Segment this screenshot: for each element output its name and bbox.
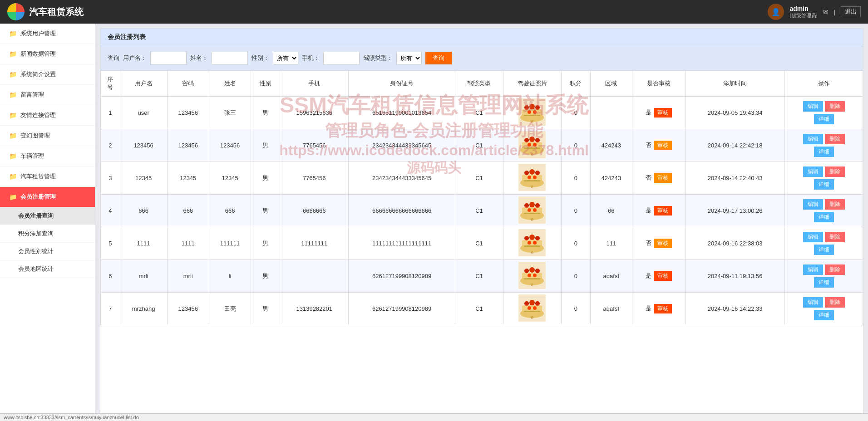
sidebar-item-news[interactable]: 📁 新闻数据管理 bbox=[0, 44, 95, 64]
svg-rect-25 bbox=[522, 175, 542, 180]
detail-button[interactable]: 详细 bbox=[814, 245, 834, 255]
svg-point-30 bbox=[533, 176, 537, 179]
folder-icon: 📁 bbox=[9, 112, 17, 119]
svg-point-5 bbox=[529, 104, 535, 109]
sidebar-item-intro[interactable]: 📁 系统简介设置 bbox=[0, 64, 95, 85]
cell-username: 12345 bbox=[120, 162, 167, 195]
svg-point-38 bbox=[529, 202, 535, 207]
mail-icon[interactable]: ✉ bbox=[823, 8, 829, 15]
sidebar-item-links[interactable]: 📁 友情连接管理 bbox=[0, 105, 95, 126]
sidebar-item-messages[interactable]: 📁 留言管理 bbox=[0, 85, 95, 105]
table-row: 5 1111 1111 111111 男 11111111 1111111111… bbox=[101, 227, 863, 260]
member-table: 序号 用户名 密码 姓名 性别 手机 身份证号 驾照类型 驾驶证照片 积分 区域… bbox=[100, 70, 863, 325]
th-license: 驾照类型 bbox=[455, 71, 503, 97]
action-row-top: 编辑 删除 bbox=[803, 297, 845, 308]
action-row-top: 编辑 删除 bbox=[803, 134, 845, 144]
license-select[interactable]: 所有C1C2B1B2 bbox=[396, 52, 422, 64]
sidebar-sub-region-stats[interactable]: 会员地区统计 bbox=[0, 260, 95, 278]
audit-status: 是 bbox=[646, 305, 651, 312]
delete-button[interactable]: 删除 bbox=[825, 297, 845, 308]
sidebar-item-system-user[interactable]: 📁 系统用户管理 bbox=[0, 24, 95, 44]
sidebar-item-vehicles[interactable]: 📁 车辆管理 bbox=[0, 146, 95, 166]
delete-button[interactable]: 删除 bbox=[825, 264, 845, 275]
svg-point-29 bbox=[528, 176, 531, 179]
th-action: 操作 bbox=[785, 71, 863, 97]
cell-username: mrzhang bbox=[120, 293, 167, 325]
detail-button[interactable]: 详细 bbox=[814, 277, 834, 288]
audit-button[interactable]: 审核 bbox=[654, 304, 672, 313]
sidebar-sub-member-register[interactable]: 会员注册查询 bbox=[0, 207, 95, 225]
detail-button[interactable]: 详细 bbox=[814, 310, 834, 320]
cell-idcard: 651651199001013654 bbox=[349, 97, 455, 129]
cell-password: 123456 bbox=[167, 97, 209, 129]
detail-button[interactable]: 详细 bbox=[814, 147, 834, 157]
cell-password: 666 bbox=[167, 195, 209, 227]
cell-actions: 编辑 删除 详细 bbox=[785, 97, 863, 129]
svg-text:证: 证 bbox=[531, 120, 533, 123]
sidebar-sub-gender-stats[interactable]: 会员性别统计 bbox=[0, 243, 95, 260]
cell-score: 0 bbox=[561, 260, 590, 293]
sidebar-item-rental[interactable]: 📁 汽车租赁管理 bbox=[0, 166, 95, 187]
detail-button[interactable]: 详细 bbox=[814, 179, 834, 190]
cell-audited: 是 审核 bbox=[632, 97, 685, 129]
cell-audited: 否 审核 bbox=[632, 227, 685, 260]
delete-button[interactable]: 删除 bbox=[825, 232, 845, 242]
sidebar-item-banner[interactable]: 📁 变幻图管理 bbox=[0, 126, 95, 146]
gender-select[interactable]: 所有男女 bbox=[273, 52, 298, 64]
audit-button[interactable]: 审核 bbox=[654, 108, 672, 117]
svg-rect-69 bbox=[522, 305, 542, 311]
cell-photo: 证 bbox=[503, 97, 562, 129]
svg-point-16 bbox=[529, 137, 535, 142]
svg-text:证: 证 bbox=[531, 316, 533, 319]
audit-button[interactable]: 审核 bbox=[654, 141, 672, 150]
edit-button[interactable]: 编辑 bbox=[803, 297, 823, 308]
audit-status: 否 bbox=[646, 174, 651, 181]
cell-region: 111 bbox=[590, 227, 632, 260]
edit-button[interactable]: 编辑 bbox=[803, 166, 823, 177]
cell-name: 111111 bbox=[209, 227, 251, 260]
svg-point-61 bbox=[535, 269, 540, 273]
cell-license: C1 bbox=[455, 293, 503, 325]
username-input[interactable] bbox=[150, 52, 187, 64]
delete-button[interactable]: 删除 bbox=[825, 101, 845, 112]
logout-button[interactable]: 退出 bbox=[841, 6, 861, 17]
name-input[interactable] bbox=[212, 52, 248, 64]
sidebar: 📁 系统用户管理 📁 新闻数据管理 📁 系统简介设置 📁 留言管理 📁 友情连接… bbox=[0, 24, 95, 421]
edit-button[interactable]: 编辑 bbox=[803, 264, 823, 275]
cell-seq: 3 bbox=[101, 162, 120, 195]
audit-button[interactable]: 审核 bbox=[654, 173, 672, 183]
cell-gender: 男 bbox=[251, 195, 280, 227]
sidebar-item-member[interactable]: 📁 会员注册管理 bbox=[0, 187, 95, 207]
th-license-photo: 驾驶证照片 bbox=[503, 71, 562, 97]
th-score: 积分 bbox=[561, 71, 590, 97]
svg-text:证: 证 bbox=[531, 284, 533, 286]
status-url: www.csbishe.cn:33333/ssm_carrentsys/huiy… bbox=[4, 415, 139, 420]
cell-gender: 男 bbox=[251, 227, 280, 260]
cell-gender: 男 bbox=[251, 162, 280, 195]
sidebar-sub-points[interactable]: 积分添加查询 bbox=[0, 225, 95, 243]
cell-actions: 编辑 删除 详细 bbox=[785, 227, 863, 260]
svg-point-37 bbox=[524, 203, 529, 208]
cell-photo: 证 bbox=[503, 227, 562, 260]
svg-text:证: 证 bbox=[531, 251, 533, 254]
audit-button[interactable]: 审核 bbox=[654, 239, 672, 248]
edit-button[interactable]: 编辑 bbox=[803, 199, 823, 210]
delete-button[interactable]: 删除 bbox=[825, 166, 845, 177]
edit-button[interactable]: 编辑 bbox=[803, 101, 823, 112]
detail-button[interactable]: 详细 bbox=[814, 114, 834, 124]
edit-button[interactable]: 编辑 bbox=[803, 232, 823, 242]
sub-item-label: 会员性别统计 bbox=[18, 248, 54, 255]
sidebar-label: 变幻图管理 bbox=[20, 132, 50, 140]
detail-button[interactable]: 详细 bbox=[814, 212, 834, 222]
cell-phone: 7765456 bbox=[280, 129, 349, 162]
cell-phone bbox=[280, 260, 349, 293]
phone-input[interactable] bbox=[323, 52, 360, 64]
delete-button[interactable]: 删除 bbox=[825, 199, 845, 210]
search-button[interactable]: 查询 bbox=[425, 52, 452, 64]
cell-gender: 男 bbox=[251, 129, 280, 162]
cell-license: C1 bbox=[455, 227, 503, 260]
edit-button[interactable]: 编辑 bbox=[803, 134, 823, 144]
audit-button[interactable]: 审核 bbox=[654, 206, 672, 215]
audit-button[interactable]: 审核 bbox=[654, 271, 672, 281]
delete-button[interactable]: 删除 bbox=[825, 134, 845, 144]
